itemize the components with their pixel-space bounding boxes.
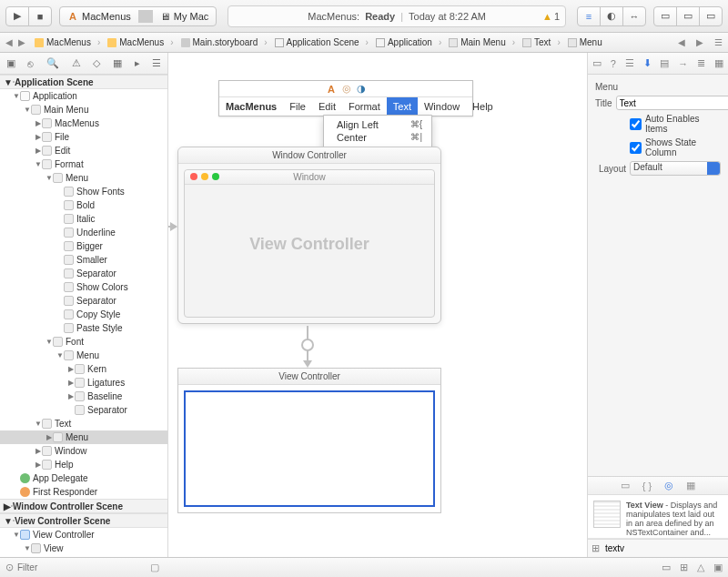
file-inspector-icon[interactable]: ▭ (592, 57, 602, 69)
outline-window[interactable]: ▶Window (0, 444, 167, 458)
outline-smaller[interactable]: Smaller (0, 253, 167, 267)
menubar-item-file[interactable]: File (283, 97, 312, 116)
run-button[interactable]: ▶ (5, 6, 29, 26)
jump-item-mainmenu[interactable]: Main Menu (445, 37, 519, 47)
jump-item-menu[interactable]: Menu (564, 37, 612, 47)
outline-bold[interactable]: Bold (0, 198, 167, 212)
grid-toggle-icon[interactable]: ⊞ (592, 542, 600, 554)
outline-bigger[interactable]: Bigger (0, 239, 167, 253)
help-inspector-icon[interactable]: ? (611, 58, 616, 69)
outline-edit[interactable]: ▶Edit (0, 144, 167, 157)
standard-editor-button[interactable]: ≡ (577, 6, 601, 26)
outline-file[interactable]: ▶File (0, 130, 167, 144)
jump-item-storyboard[interactable]: Main.storyboard (177, 37, 271, 47)
warning-indicator[interactable]: ▲ 1 (542, 11, 560, 22)
outline-copy-style[interactable]: Copy Style (0, 308, 167, 321)
menubar-item-format[interactable]: Format (342, 97, 387, 116)
outline-view[interactable]: ▼View (0, 542, 167, 555)
outline-paste-style[interactable]: Paste Style (0, 321, 167, 335)
bindings-inspector-icon[interactable]: ≣ (697, 57, 705, 69)
outline-app-delegate[interactable]: App Delegate (0, 471, 167, 485)
outline-view-controller[interactable]: ▼View Controller (0, 528, 167, 542)
close-icon[interactable] (190, 173, 197, 180)
object-lib-icon[interactable]: ◎ (664, 480, 673, 491)
menubar-item-text[interactable]: Text (387, 97, 418, 116)
scheme-selector[interactable]: AMacMenus 🖥My Mac (59, 6, 217, 26)
filter-input[interactable] (17, 562, 145, 572)
outline-underline[interactable]: Underline (0, 226, 167, 239)
outline-separator-3[interactable]: Separator (0, 403, 167, 417)
issue-nav-icon[interactable]: ⚠ (72, 57, 81, 69)
outline-toggle-icon[interactable]: ☰ (713, 37, 724, 47)
zoom-icon[interactable] (212, 173, 219, 180)
attributes-inspector-icon[interactable]: ⬇ (643, 57, 652, 69)
code-snippet-lib-icon[interactable]: { } (642, 481, 652, 491)
outline-format[interactable]: ▼Format (0, 157, 167, 171)
version-editor-button[interactable]: ↔ (622, 6, 646, 26)
test-nav-icon[interactable]: ◇ (93, 57, 100, 69)
connections-inspector-icon[interactable]: → (678, 58, 688, 69)
outline-bordered-scroll[interactable]: ▼Bordered Scroll View - Text... (0, 555, 167, 557)
scene-header-window-controller[interactable]: ▶Window Controller Scene (0, 499, 167, 513)
window-object[interactable]: Window View Controller (184, 169, 435, 318)
title-input[interactable] (616, 96, 728, 110)
selected-text-view[interactable] (184, 390, 435, 507)
media-lib-icon[interactable]: ▦ (686, 480, 695, 491)
outline-ligatures[interactable]: ▶Ligatures (0, 376, 167, 390)
find-nav-icon[interactable]: 🔍 (46, 57, 59, 69)
constraint-resolve-icon[interactable]: △ (697, 562, 704, 573)
outline-baseline[interactable]: ▶Baseline (0, 390, 167, 403)
menubar-item-edit[interactable]: Edit (312, 97, 342, 116)
menubar-item-macmenus[interactable]: MacMenus (219, 97, 283, 116)
outline-format-menu[interactable]: ▼Menu (0, 171, 167, 185)
constraint-embed-icon[interactable]: ▣ (713, 562, 723, 573)
minimize-icon[interactable] (201, 173, 208, 180)
auto-enables-checkbox[interactable] (630, 118, 642, 130)
outline-italic[interactable]: Italic (0, 212, 167, 226)
jump-forward-button[interactable]: ▶ (16, 37, 27, 47)
debug-nav-icon[interactable]: ▦ (113, 57, 122, 69)
menubar-item-window[interactable]: Window (418, 97, 466, 116)
outline-help[interactable]: ▶Help (0, 458, 167, 471)
project-nav-icon[interactable]: ▣ (6, 57, 15, 69)
menu-center[interactable]: Center⌘| (324, 131, 431, 144)
jump-item-project[interactable]: MacMenus (31, 37, 104, 47)
jump-item-application[interactable]: Application (372, 37, 445, 47)
jump-item-text[interactable]: Text (519, 37, 564, 47)
shows-state-checkbox[interactable] (630, 142, 642, 154)
segue-arrow[interactable] (307, 326, 308, 364)
outline-tree[interactable]: ▼Application Scene ▼Application ▼Main Me… (0, 75, 167, 557)
outline-application[interactable]: ▼Application (0, 89, 167, 103)
symbol-nav-icon[interactable]: ⎋ (27, 58, 34, 69)
breakpoint-nav-icon[interactable]: ▸ (135, 57, 140, 69)
scene-header-application[interactable]: ▼Application Scene (0, 75, 167, 89)
view-controller-scene[interactable]: View Controller (177, 368, 441, 513)
toggle-inspector-button[interactable]: ▭ (699, 6, 723, 26)
canvas-editor[interactable]: A ◎ ◑ MacMenus File Edit Format Text Win… (168, 53, 587, 557)
jump-prev-issue[interactable]: ◀ (676, 37, 687, 47)
constraint-pin-icon[interactable]: ⊞ (680, 562, 688, 573)
outline-show-colors[interactable]: Show Colors (0, 280, 167, 294)
jump-item-scene[interactable]: Application Scene (271, 37, 372, 47)
file-template-lib-icon[interactable]: ▭ (621, 480, 630, 491)
library-item-textview[interactable]: Text View - Displays and manipulates tex… (588, 495, 728, 539)
outline-macmenus[interactable]: ▶MacMenus (0, 116, 167, 130)
outline-separator-2[interactable]: Separator (0, 294, 167, 308)
stop-button[interactable]: ■ (28, 6, 52, 26)
identity-inspector-icon[interactable]: ☰ (625, 57, 634, 69)
outline-font[interactable]: ▼Font (0, 335, 167, 349)
toggle-debug-button[interactable]: ▭ (676, 6, 700, 26)
outline-separator-1[interactable]: Separator (0, 267, 167, 280)
jump-next-issue[interactable]: ▶ (694, 37, 705, 47)
size-inspector-icon[interactable]: ▤ (660, 57, 669, 69)
outline-kern[interactable]: ▶Kern (0, 362, 167, 376)
assistant-editor-button[interactable]: ◐ (600, 6, 623, 26)
layout-select[interactable]: Default (630, 161, 721, 176)
outline-text-menu[interactable]: ▶Menu (0, 430, 167, 444)
library-filter-input[interactable] (605, 543, 724, 553)
report-nav-icon[interactable]: ☰ (152, 57, 161, 69)
menu-align-left[interactable]: Align Left⌘{ (324, 118, 431, 131)
filter-icon[interactable]: ⊙ (5, 562, 14, 573)
constraint-align-icon[interactable]: ▭ (662, 562, 671, 573)
outline-first-responder-1[interactable]: First Responder (0, 485, 167, 499)
